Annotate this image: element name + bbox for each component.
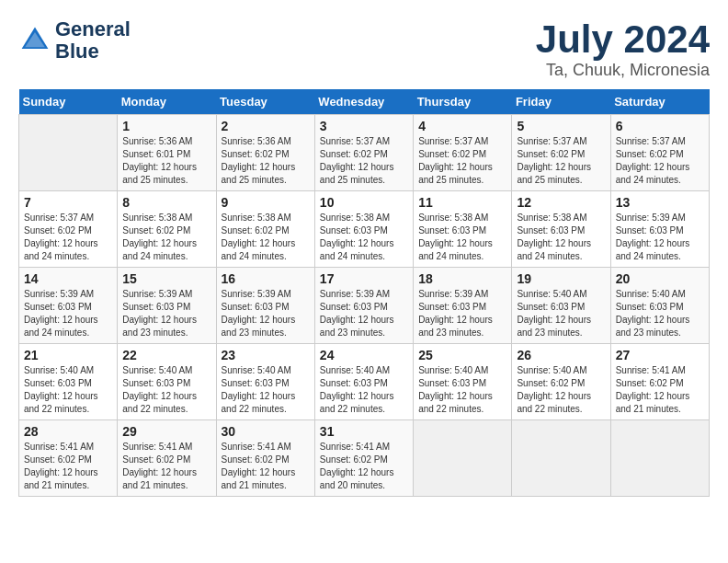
day-number: 11 <box>418 195 506 210</box>
day-info: Sunrise: 5:38 AM Sunset: 6:03 PM Dayligh… <box>517 212 605 263</box>
day-info: Sunrise: 5:40 AM Sunset: 6:02 PM Dayligh… <box>517 364 605 416</box>
day-info: Sunrise: 5:39 AM Sunset: 6:03 PM Dayligh… <box>122 288 210 339</box>
month-title: July 2024 <box>536 18 710 61</box>
day-number: 28 <box>24 424 112 439</box>
calendar-cell: 5Sunrise: 5:37 AM Sunset: 6:02 PM Daylig… <box>512 115 610 191</box>
day-info: Sunrise: 5:40 AM Sunset: 6:03 PM Dayligh… <box>418 364 506 416</box>
calendar-cell: 14Sunrise: 5:39 AM Sunset: 6:03 PM Dayli… <box>19 268 118 344</box>
calendar-cell: 22Sunrise: 5:40 AM Sunset: 6:03 PM Dayli… <box>118 344 216 420</box>
day-number: 29 <box>122 424 210 439</box>
calendar-cell: 8Sunrise: 5:38 AM Sunset: 6:02 PM Daylig… <box>118 191 216 268</box>
day-number: 6 <box>616 119 704 133</box>
day-number: 19 <box>517 271 605 286</box>
day-number: 24 <box>320 348 408 362</box>
day-number: 18 <box>418 271 506 286</box>
day-info: Sunrise: 5:39 AM Sunset: 6:03 PM Dayligh… <box>418 288 506 339</box>
calendar-cell: 10Sunrise: 5:38 AM Sunset: 6:03 PM Dayli… <box>314 191 413 268</box>
calendar-cell: 3Sunrise: 5:37 AM Sunset: 6:02 PM Daylig… <box>314 115 413 191</box>
day-number: 4 <box>418 119 506 133</box>
day-info: Sunrise: 5:39 AM Sunset: 6:03 PM Dayligh… <box>320 288 408 339</box>
calendar-cell: 15Sunrise: 5:39 AM Sunset: 6:03 PM Dayli… <box>118 268 216 344</box>
day-info: Sunrise: 5:41 AM Sunset: 6:02 PM Dayligh… <box>24 441 112 492</box>
day-info: Sunrise: 5:39 AM Sunset: 6:03 PM Dayligh… <box>222 288 310 339</box>
calendar-cell <box>19 115 118 191</box>
day-info: Sunrise: 5:37 AM Sunset: 6:02 PM Dayligh… <box>24 212 112 263</box>
day-info: Sunrise: 5:38 AM Sunset: 6:02 PM Dayligh… <box>222 212 310 263</box>
weekday-header-monday: Monday <box>118 89 216 115</box>
calendar-cell: 18Sunrise: 5:39 AM Sunset: 6:03 PM Dayli… <box>414 268 512 344</box>
calendar-cell: 27Sunrise: 5:41 AM Sunset: 6:02 PM Dayli… <box>610 344 709 420</box>
calendar-cell: 30Sunrise: 5:41 AM Sunset: 6:02 PM Dayli… <box>216 420 314 497</box>
calendar-cell: 2Sunrise: 5:36 AM Sunset: 6:02 PM Daylig… <box>216 115 314 191</box>
day-number: 30 <box>222 424 310 439</box>
day-info: Sunrise: 5:37 AM Sunset: 6:02 PM Dayligh… <box>320 135 408 187</box>
day-info: Sunrise: 5:41 AM Sunset: 6:02 PM Dayligh… <box>616 364 704 416</box>
calendar-cell: 11Sunrise: 5:38 AM Sunset: 6:03 PM Dayli… <box>414 191 512 268</box>
calendar-cell: 24Sunrise: 5:40 AM Sunset: 6:03 PM Dayli… <box>314 344 413 420</box>
weekday-header-saturday: Saturday <box>610 89 709 115</box>
day-number: 27 <box>616 348 704 362</box>
week-row-5: 28Sunrise: 5:41 AM Sunset: 6:02 PM Dayli… <box>19 420 710 497</box>
day-info: Sunrise: 5:40 AM Sunset: 6:03 PM Dayligh… <box>24 364 112 416</box>
calendar-cell: 1Sunrise: 5:36 AM Sunset: 6:01 PM Daylig… <box>118 115 216 191</box>
weekday-header-row: SundayMondayTuesdayWednesdayThursdayFrid… <box>19 89 710 115</box>
day-number: 26 <box>517 348 605 362</box>
day-info: Sunrise: 5:37 AM Sunset: 6:02 PM Dayligh… <box>616 135 704 187</box>
calendar-cell: 28Sunrise: 5:41 AM Sunset: 6:02 PM Dayli… <box>19 420 118 497</box>
day-info: Sunrise: 5:38 AM Sunset: 6:03 PM Dayligh… <box>418 212 506 263</box>
calendar-cell: 26Sunrise: 5:40 AM Sunset: 6:02 PM Dayli… <box>512 344 610 420</box>
week-row-2: 7Sunrise: 5:37 AM Sunset: 6:02 PM Daylig… <box>19 191 710 268</box>
day-info: Sunrise: 5:40 AM Sunset: 6:03 PM Dayligh… <box>517 288 605 339</box>
day-info: Sunrise: 5:40 AM Sunset: 6:03 PM Dayligh… <box>616 288 704 339</box>
weekday-header-thursday: Thursday <box>414 89 512 115</box>
day-number: 10 <box>320 195 408 210</box>
calendar-cell <box>512 420 610 497</box>
day-info: Sunrise: 5:37 AM Sunset: 6:02 PM Dayligh… <box>418 135 506 187</box>
calendar-cell: 12Sunrise: 5:38 AM Sunset: 6:03 PM Dayli… <box>512 191 610 268</box>
day-info: Sunrise: 5:41 AM Sunset: 6:02 PM Dayligh… <box>320 441 408 492</box>
weekday-header-wednesday: Wednesday <box>314 89 413 115</box>
calendar-cell: 9Sunrise: 5:38 AM Sunset: 6:02 PM Daylig… <box>216 191 314 268</box>
week-row-1: 1Sunrise: 5:36 AM Sunset: 6:01 PM Daylig… <box>19 115 710 191</box>
calendar-cell: 23Sunrise: 5:40 AM Sunset: 6:03 PM Dayli… <box>216 344 314 420</box>
header: General Blue July 2024 Ta, Chuuk, Micron… <box>18 18 710 80</box>
day-info: Sunrise: 5:40 AM Sunset: 6:03 PM Dayligh… <box>320 364 408 416</box>
day-number: 7 <box>24 195 112 210</box>
day-number: 14 <box>24 271 112 286</box>
title-area: July 2024 Ta, Chuuk, Micronesia <box>536 18 710 80</box>
day-info: Sunrise: 5:41 AM Sunset: 6:02 PM Dayligh… <box>222 441 310 492</box>
day-number: 15 <box>122 271 210 286</box>
day-info: Sunrise: 5:39 AM Sunset: 6:03 PM Dayligh… <box>24 288 112 339</box>
day-info: Sunrise: 5:40 AM Sunset: 6:03 PM Dayligh… <box>222 364 310 416</box>
calendar-cell: 20Sunrise: 5:40 AM Sunset: 6:03 PM Dayli… <box>610 268 709 344</box>
day-number: 20 <box>616 271 704 286</box>
day-number: 25 <box>418 348 506 362</box>
day-number: 23 <box>222 348 310 362</box>
calendar-cell: 4Sunrise: 5:37 AM Sunset: 6:02 PM Daylig… <box>414 115 512 191</box>
day-info: Sunrise: 5:38 AM Sunset: 6:02 PM Dayligh… <box>122 212 210 263</box>
calendar-cell: 21Sunrise: 5:40 AM Sunset: 6:03 PM Dayli… <box>19 344 118 420</box>
day-number: 5 <box>517 119 605 133</box>
calendar-cell: 31Sunrise: 5:41 AM Sunset: 6:02 PM Dayli… <box>314 420 413 497</box>
weekday-header-friday: Friday <box>512 89 610 115</box>
day-number: 16 <box>222 271 310 286</box>
day-number: 17 <box>320 271 408 286</box>
day-info: Sunrise: 5:40 AM Sunset: 6:03 PM Dayligh… <box>122 364 210 416</box>
day-number: 2 <box>222 119 310 133</box>
week-row-3: 14Sunrise: 5:39 AM Sunset: 6:03 PM Dayli… <box>19 268 710 344</box>
day-number: 8 <box>122 195 210 210</box>
day-number: 13 <box>616 195 704 210</box>
day-number: 31 <box>320 424 408 439</box>
calendar-cell <box>610 420 709 497</box>
calendar-cell: 29Sunrise: 5:41 AM Sunset: 6:02 PM Dayli… <box>118 420 216 497</box>
day-number: 1 <box>122 119 210 133</box>
calendar-cell: 6Sunrise: 5:37 AM Sunset: 6:02 PM Daylig… <box>610 115 709 191</box>
day-info: Sunrise: 5:39 AM Sunset: 6:03 PM Dayligh… <box>616 212 704 263</box>
calendar-cell: 17Sunrise: 5:39 AM Sunset: 6:03 PM Dayli… <box>314 268 413 344</box>
logo-text: General Blue <box>55 18 131 63</box>
day-number: 12 <box>517 195 605 210</box>
day-info: Sunrise: 5:38 AM Sunset: 6:03 PM Dayligh… <box>320 212 408 263</box>
calendar-cell: 13Sunrise: 5:39 AM Sunset: 6:03 PM Dayli… <box>610 191 709 268</box>
location-title: Ta, Chuuk, Micronesia <box>536 61 710 80</box>
day-info: Sunrise: 5:41 AM Sunset: 6:02 PM Dayligh… <box>122 441 210 492</box>
